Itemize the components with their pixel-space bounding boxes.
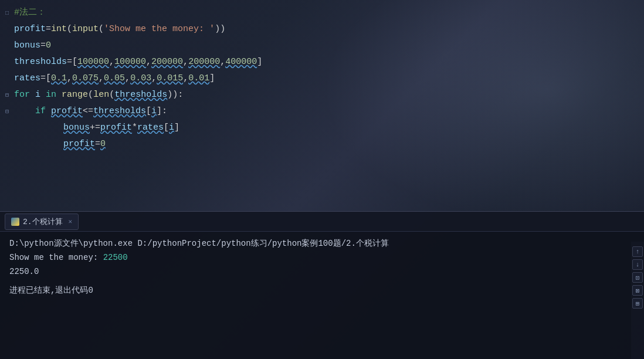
var-profit-2: profit [51, 106, 83, 116]
code-editor: □ #法二： profit=int(input('Show me the mon… [0, 0, 644, 211]
num-01: 0.1 [51, 73, 67, 83]
code-line-if: ⊟ if profit<=thresholds[i]: [0, 103, 644, 120]
code-line-bonus: bonus=0 [0, 38, 644, 54]
terminal-input-value: 22500 [103, 253, 128, 262]
var-rates-2: rates [137, 123, 164, 133]
line-profit-content: profit=int(input('Show me the money: ')) [12, 21, 225, 38]
code-line-thresholds: thresholds=[100000,100000,200000,200000,… [0, 54, 644, 70]
code-line-profit: profit=int(input('Show me the money: ')) [0, 21, 644, 38]
line-thresholds-content: thresholds=[100000,100000,200000,200000,… [12, 54, 262, 70]
var-bonus-2: bonus [63, 123, 90, 133]
var-thresholds-2: thresholds [114, 90, 167, 100]
var-profit: profit [14, 24, 46, 34]
line-if-content: if profit<=thresholds[i]: [12, 103, 167, 120]
fold-icon-empty-6 [2, 137, 12, 146]
num-005: 0.05 [104, 73, 125, 83]
line-bonus-add-content: bonus+=profit*rates[i] [12, 120, 179, 136]
line-profit-zero-content: profit=0 [12, 136, 106, 153]
fold-icon-empty-1 [2, 22, 12, 31]
side-btn-4[interactable]: ⊠ [632, 285, 643, 296]
code-line-for: ⊟ for i in range(len(thresholds)): [0, 87, 644, 103]
var-i-2: i [151, 106, 157, 116]
tab-close-button[interactable]: ✕ [69, 218, 73, 225]
terminal-process-line: 进程已结束,退出代码0 [9, 283, 635, 297]
num-100000-2: 100000 [114, 57, 146, 67]
num-001: 0.01 [188, 73, 209, 83]
terminal-content[interactable]: D:\python源文件\python.exe D:/pythonProject… [0, 232, 644, 302]
side-btn-3[interactable]: ⊡ [632, 272, 643, 283]
num-zero-profit: 0 [100, 139, 106, 149]
code-line-bonus-add: bonus+=profit*rates[i] [0, 120, 644, 136]
kw-for: for [14, 90, 30, 100]
side-btn-5[interactable]: ⊞ [632, 298, 643, 309]
str-show-me: 'Show me the money: ' [104, 24, 215, 34]
terminal-tab-bar: 2.个税计算 ✕ [0, 212, 644, 232]
code-line-comment: □ #法二： [0, 5, 644, 21]
fold-icon-empty-4 [2, 71, 12, 80]
line-rates-content: rates=[0.1,0.075,0.05,0.03,0.015,0.01] [12, 70, 215, 87]
terminal-output-text: 2250.0 [9, 267, 39, 276]
kw-if: if [35, 106, 46, 116]
terminal-tab[interactable]: 2.个税计算 ✕ [5, 214, 79, 230]
fn-len: len [93, 90, 109, 100]
line-bonus-content: bonus=0 [12, 38, 51, 54]
line-for-content: for i in range(len(thresholds)): [12, 87, 183, 103]
var-thresholds: thresholds [14, 57, 67, 67]
fn-input: input [72, 24, 99, 34]
fold-icon-comment[interactable]: □ [2, 9, 12, 18]
num-0015: 0.015 [157, 73, 183, 83]
terminal-prompt-text: Show me the money: [9, 253, 103, 262]
code-line-rates: rates=[0.1,0.075,0.05,0.03,0.015,0.01] [0, 70, 644, 87]
var-thresholds-3: thresholds [93, 106, 146, 116]
fold-icon-empty-2 [2, 38, 12, 48]
comment-text: #法二： [12, 5, 46, 21]
fn-range: range [62, 90, 88, 100]
var-i: i [35, 90, 40, 100]
num-400000: 400000 [225, 57, 257, 67]
var-profit-3: profit [100, 123, 132, 133]
terminal-prompt-line: Show me the money: 22500 [9, 250, 635, 265]
fn-int: int [51, 24, 67, 34]
var-profit-4: profit [63, 139, 95, 149]
terminal-panel: 2.个税计算 ✕ D:\python源文件\python.exe D:/pyth… [0, 211, 644, 359]
num-200000-1: 200000 [151, 57, 183, 67]
kw-in: in [46, 90, 56, 100]
python-icon [11, 218, 19, 226]
code-line-profit-zero: profit=0 [0, 136, 644, 153]
fold-icon-empty-5 [2, 120, 12, 130]
terminal-process-text: 进程已结束,退出代码0 [9, 286, 93, 295]
num-003: 0.03 [130, 73, 151, 83]
side-btn-1[interactable]: ↑ [632, 246, 643, 257]
fold-icon-if[interactable]: ⊟ [2, 107, 12, 117]
terminal-path-line: D:\python源文件\python.exe D:/pythonProject… [9, 236, 635, 250]
terminal-tab-label: 2.个税计算 [23, 216, 63, 227]
num-zero-bonus: 0 [46, 40, 51, 50]
fold-icon-for[interactable]: ⊟ [2, 91, 12, 100]
side-toolbar: ↑ ↓ ⊡ ⊠ ⊞ [631, 242, 644, 359]
num-0075: 0.075 [72, 73, 99, 83]
var-bonus: bonus [14, 40, 40, 50]
var-i-3: i [169, 123, 174, 133]
var-rates: rates [14, 73, 40, 83]
fold-icon-empty-3 [2, 55, 12, 64]
num-200000-2: 200000 [188, 57, 220, 67]
num-100000-1: 100000 [77, 57, 109, 67]
terminal-output-line: 2250.0 [9, 265, 635, 279]
terminal-path-text: D:\python源文件\python.exe D:/pythonProject… [9, 239, 389, 248]
side-btn-2[interactable]: ↓ [632, 259, 643, 270]
